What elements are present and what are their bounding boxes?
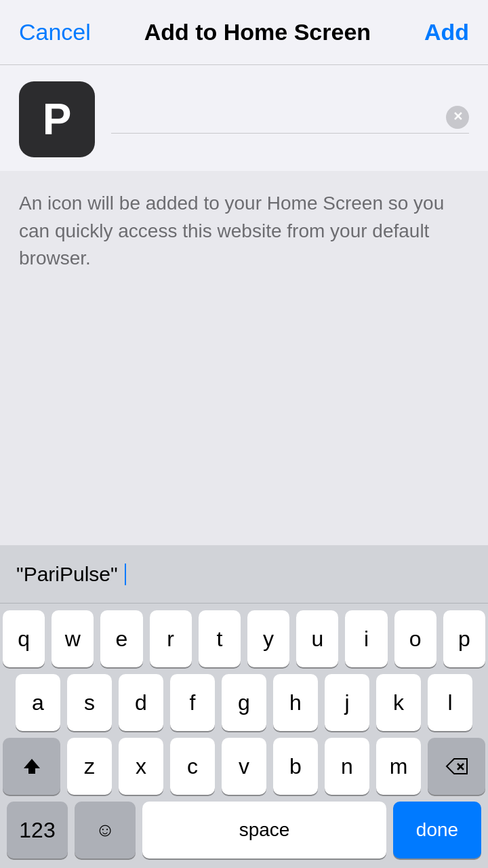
key-l[interactable]: l <box>428 674 472 731</box>
key-f[interactable]: f <box>170 674 215 731</box>
key-x[interactable]: x <box>119 738 163 795</box>
icon-section: P ✕ <box>0 65 488 171</box>
key-r[interactable]: r <box>150 610 192 667</box>
key-s[interactable]: s <box>67 674 112 731</box>
cancel-button[interactable]: Cancel <box>19 19 91 45</box>
key-n[interactable]: n <box>325 738 369 795</box>
keyboard-rows: q w e r t y u i o p a s d f g h j k l <box>0 604 488 868</box>
suggestion-text[interactable]: "PariPulse" <box>11 563 123 586</box>
delete-key[interactable] <box>428 738 485 795</box>
key-o[interactable]: o <box>394 610 436 667</box>
numbers-key[interactable]: 123 <box>7 802 68 859</box>
app-icon-letter: P <box>43 94 72 144</box>
app-icon: P <box>19 81 95 157</box>
key-w[interactable]: w <box>52 610 94 667</box>
key-m[interactable]: m <box>376 738 421 795</box>
keyboard-row-1: q w e r t y u i o p <box>3 610 485 667</box>
key-i[interactable]: i <box>345 610 387 667</box>
close-icon: ✕ <box>453 111 463 123</box>
add-button[interactable]: Add <box>424 19 469 45</box>
key-e[interactable]: e <box>100 610 142 667</box>
keyboard-row-2: a s d f g h j k l <box>3 674 485 731</box>
key-h[interactable]: h <box>273 674 318 731</box>
keyboard-row-3: z x c v b n m <box>3 738 485 795</box>
key-g[interactable]: g <box>222 674 266 731</box>
key-q[interactable]: q <box>3 610 45 667</box>
key-c[interactable]: c <box>170 738 215 795</box>
page-title: Add to Home Screen <box>144 19 371 45</box>
key-y[interactable]: y <box>247 610 289 667</box>
space-key[interactable]: space <box>142 802 386 859</box>
description-section: An icon will be added to your Home Scree… <box>0 171 488 273</box>
key-d[interactable]: d <box>119 674 163 731</box>
name-input-wrapper: ✕ <box>111 106 469 134</box>
keyboard-area: "PariPulse" q w e r t y u i o p a s d f … <box>0 545 488 868</box>
keyboard-row-4: 123 ☺ space done <box>3 802 485 859</box>
clear-button[interactable]: ✕ <box>446 106 469 129</box>
key-u[interactable]: u <box>296 610 338 667</box>
suggestion-bar[interactable]: "PariPulse" <box>0 545 488 604</box>
shift-key[interactable] <box>3 738 60 795</box>
key-k[interactable]: k <box>376 674 421 731</box>
key-a[interactable]: a <box>16 674 60 731</box>
name-input[interactable] <box>111 106 441 129</box>
key-t[interactable]: t <box>199 610 241 667</box>
key-j[interactable]: j <box>325 674 369 731</box>
key-b[interactable]: b <box>273 738 318 795</box>
nav-bar: Cancel Add to Home Screen Add <box>0 0 488 65</box>
description-text: An icon will be added to your Home Scree… <box>19 190 469 273</box>
emoji-key[interactable]: ☺ <box>75 802 136 859</box>
key-z[interactable]: z <box>67 738 112 795</box>
done-key[interactable]: done <box>393 802 481 859</box>
key-v[interactable]: v <box>222 738 266 795</box>
text-cursor <box>125 564 126 585</box>
key-p[interactable]: p <box>443 610 485 667</box>
